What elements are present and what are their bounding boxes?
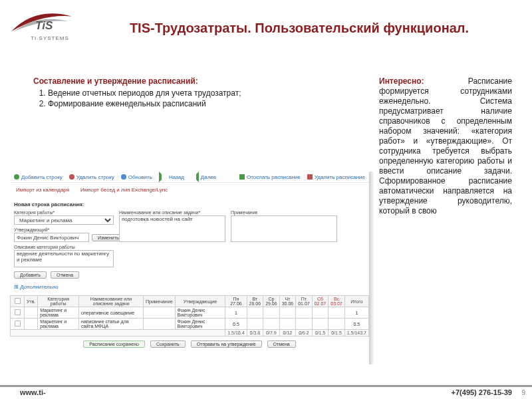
new-row-section-title: Новая строка расписания: (10, 195, 369, 210)
footer-phone: +7(495) 276-15-39 (452, 388, 512, 396)
refresh-button[interactable]: Обновить (121, 174, 152, 180)
forward-button[interactable]: Далее (191, 172, 216, 182)
table-footer-row: 1.5/10.4 0/3.8 0/7.9 0/12 0/6.2 0/1.5 0/… (11, 330, 369, 336)
minus-icon (69, 174, 74, 180)
col-day-3: Чт30.06 (279, 296, 296, 307)
left-column: Составление и утверждение расписаний: Ве… (33, 76, 286, 110)
plus-icon (14, 174, 19, 180)
app-import-bar: Импорт из календаря Импорт бесед и лип E… (10, 183, 369, 195)
col-note: Примечание (144, 296, 176, 307)
col-day-6: Вс03.07 (329, 296, 345, 307)
category-label: Категория работы* (14, 210, 114, 215)
col-approver: Утверждающие (175, 296, 225, 307)
left-list: Ведение отчетных периодов для учета труд… (33, 88, 286, 108)
row-check[interactable] (14, 309, 20, 315)
col-day-5: Сб02.07 (312, 296, 329, 307)
right-column: Интересно: Расписание формируется сотруд… (379, 76, 512, 216)
list-item: Ведение отчетных периодов для учета труд… (48, 88, 286, 98)
cancel-button-bottom[interactable]: Отмена (267, 340, 296, 348)
col-day-2: Ср29.06 (263, 296, 280, 307)
check-all[interactable] (14, 298, 20, 304)
arrow-left-icon (159, 172, 167, 182)
refresh-icon (121, 174, 126, 180)
footer-site: www.ti- (20, 388, 46, 396)
table-header-row: Утв. Категория работы Наименование или о… (11, 296, 369, 307)
back-button[interactable]: Назад (159, 172, 184, 182)
page-title: TIS-Трудозатраты. Пользовательский функц… (113, 20, 485, 37)
send-icon (239, 174, 245, 180)
additional-toggle[interactable]: ⊞ Дополнительно (10, 283, 369, 291)
row-check[interactable] (14, 321, 20, 327)
send-approval-button[interactable]: Отправить на утверждение (191, 340, 262, 348)
arrow-right-icon (191, 172, 199, 182)
col-day-0: Пн27.06 (225, 296, 247, 307)
list-item: Формирование еженедельных расписаний (48, 99, 286, 108)
approver-label: Утверждающий* (14, 227, 114, 232)
add-button[interactable]: Добавить (14, 271, 47, 279)
col-total: Итого (344, 296, 368, 307)
svg-text:TiS: TiS (35, 19, 53, 32)
approver-input[interactable] (14, 233, 89, 242)
page-number: 9 (521, 389, 525, 396)
app-bottom-bar: Расписание сохранено Сохранить Отправить… (10, 336, 369, 352)
delete-icon (307, 174, 313, 180)
schedule-table: Утв. Категория работы Наименование или о… (10, 295, 369, 336)
left-heading: Составление и утверждение расписаний: (33, 76, 286, 86)
app-toolbar: Добавить строку Удалить строку Обновить … (10, 172, 369, 183)
activity-label: Наименование или описание задачи* (119, 210, 225, 215)
col-task: Наименование или описание задачи (79, 296, 144, 307)
table-row: Маркетинг и реклама оперативное совещани… (11, 307, 369, 319)
logo-swoosh-icon: TiS (10, 10, 73, 37)
footer: www.ti- +7(495) 276-15-39 (0, 385, 532, 396)
activity-textarea[interactable]: подготовка новостей на сайт (119, 215, 225, 242)
description-label: Описание категории работы (14, 245, 114, 249)
send-schedule-button[interactable]: Отослать расписание (239, 174, 301, 180)
screenshot-shadow (369, 172, 374, 364)
import-lync-button[interactable]: Импорт бесед и лип Exchange/Lync (78, 187, 168, 193)
saved-status-button[interactable]: Расписание сохранено (83, 340, 145, 348)
app-screenshot: Добавить строку Удалить строку Обновить … (10, 172, 369, 368)
col-day-1: Вт28.06 (247, 296, 263, 307)
add-row-button[interactable]: Добавить строку (14, 174, 63, 180)
note-label: Примечание (231, 210, 337, 215)
note-textarea[interactable] (231, 215, 337, 242)
cancel-button[interactable]: Отмена (51, 271, 79, 279)
col-day-4: Пт01.07 (296, 296, 313, 307)
import-calendar-button[interactable]: Импорт из календаря (14, 187, 69, 193)
logo: TiS TI SYSTEMS (10, 10, 90, 50)
category-select[interactable]: Маркетинг и реклама (14, 215, 114, 225)
col-category: Категория работы (38, 296, 79, 307)
table-row: Маркетинг и реклама написание статьи для… (11, 319, 369, 330)
delete-row-button[interactable]: Удалить строку (69, 174, 114, 180)
right-heading: Интересно: (379, 76, 424, 86)
save-button[interactable]: Сохранить (150, 340, 186, 348)
delete-schedule-button[interactable]: Удалить расписание (307, 174, 365, 180)
col-approve: Утв. (25, 296, 38, 307)
right-body: Расписание формируется сотрудниками ежен… (379, 76, 512, 215)
description-textarea[interactable]: ведение деятельности по маркетингу и рек… (14, 250, 114, 267)
